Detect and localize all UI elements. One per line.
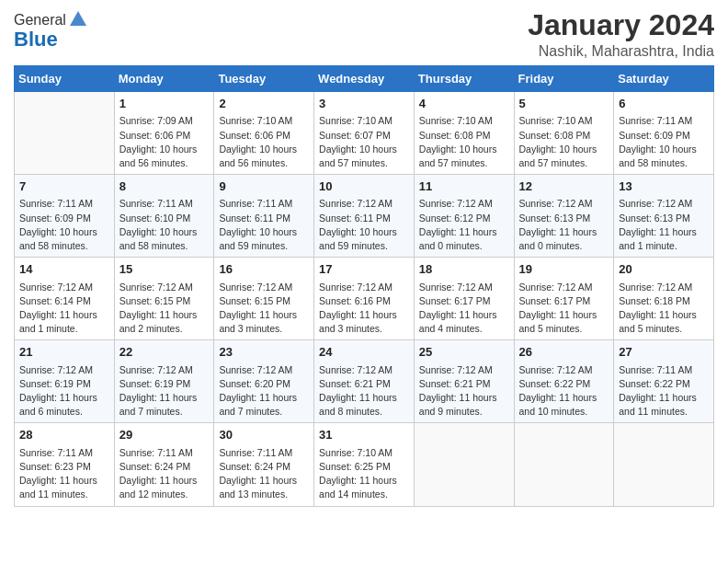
calendar-cell: 25Sunrise: 7:12 AM Sunset: 6:21 PM Dayli… (414, 340, 514, 423)
calendar-cell: 21Sunrise: 7:12 AM Sunset: 6:19 PM Dayli… (15, 340, 115, 423)
calendar-cell: 29Sunrise: 7:11 AM Sunset: 6:24 PM Dayli… (114, 423, 214, 506)
day-info: Sunrise: 7:12 AM Sunset: 6:15 PM Dayligh… (219, 281, 309, 337)
logo-general: General (14, 12, 66, 29)
day-info: Sunrise: 7:10 AM Sunset: 6:08 PM Dayligh… (519, 114, 609, 170)
dow-header: Saturday (614, 66, 714, 92)
day-info: Sunrise: 7:12 AM Sunset: 6:19 PM Dayligh… (19, 363, 109, 419)
day-info: Sunrise: 7:10 AM Sunset: 6:06 PM Dayligh… (219, 114, 309, 170)
calendar-cell (15, 92, 115, 175)
day-info: Sunrise: 7:10 AM Sunset: 6:08 PM Dayligh… (419, 114, 509, 170)
title-block: January 2024 Nashik, Maharashtra, India (528, 9, 714, 60)
day-info: Sunrise: 7:12 AM Sunset: 6:13 PM Dayligh… (619, 197, 709, 253)
calendar-cell: 22Sunrise: 7:12 AM Sunset: 6:19 PM Dayli… (114, 340, 214, 423)
day-info: Sunrise: 7:11 AM Sunset: 6:22 PM Dayligh… (619, 363, 709, 419)
day-number: 28 (19, 427, 109, 443)
calendar-cell: 9Sunrise: 7:11 AM Sunset: 6:11 PM Daylig… (214, 175, 314, 258)
day-number: 1 (119, 96, 210, 112)
day-info: Sunrise: 7:12 AM Sunset: 6:13 PM Dayligh… (519, 197, 609, 253)
day-info: Sunrise: 7:12 AM Sunset: 6:16 PM Dayligh… (319, 281, 409, 337)
day-number: 27 (619, 344, 709, 361)
day-number: 14 (19, 261, 109, 278)
day-number: 25 (419, 344, 509, 361)
calendar-cell: 17Sunrise: 7:12 AM Sunset: 6:16 PM Dayli… (314, 258, 415, 340)
calendar-cell: 16Sunrise: 7:12 AM Sunset: 6:15 PM Dayli… (214, 258, 314, 340)
day-number: 9 (219, 178, 309, 195)
day-info: Sunrise: 7:11 AM Sunset: 6:24 PM Dayligh… (219, 446, 309, 502)
calendar-cell: 1Sunrise: 7:09 AM Sunset: 6:06 PM Daylig… (114, 92, 214, 175)
logo-icon (68, 9, 88, 29)
day-number: 7 (19, 178, 109, 195)
day-info: Sunrise: 7:12 AM Sunset: 6:15 PM Dayligh… (119, 281, 210, 337)
calendar-cell: 15Sunrise: 7:12 AM Sunset: 6:15 PM Dayli… (114, 258, 214, 340)
page: General Blue January 2024 Nashik, Mahara… (0, 0, 728, 563)
calendar-cell: 6Sunrise: 7:11 AM Sunset: 6:09 PM Daylig… (614, 92, 714, 175)
day-info: Sunrise: 7:11 AM Sunset: 6:24 PM Dayligh… (119, 446, 210, 502)
calendar-cell: 4Sunrise: 7:10 AM Sunset: 6:08 PM Daylig… (414, 92, 514, 175)
day-number: 23 (219, 344, 309, 361)
day-number: 17 (319, 261, 409, 278)
logo: General Blue (14, 9, 88, 52)
calendar-cell (414, 423, 514, 506)
calendar-cell: 13Sunrise: 7:12 AM Sunset: 6:13 PM Dayli… (614, 175, 714, 258)
day-number: 30 (219, 427, 309, 443)
day-number: 18 (419, 261, 509, 278)
day-number: 22 (119, 344, 210, 361)
day-number: 6 (619, 96, 709, 112)
calendar-cell: 2Sunrise: 7:10 AM Sunset: 6:06 PM Daylig… (214, 92, 314, 175)
calendar-cell: 11Sunrise: 7:12 AM Sunset: 6:12 PM Dayli… (414, 175, 514, 258)
day-number: 24 (319, 344, 409, 361)
calendar-cell: 30Sunrise: 7:11 AM Sunset: 6:24 PM Dayli… (214, 423, 314, 506)
day-info: Sunrise: 7:12 AM Sunset: 6:18 PM Dayligh… (619, 281, 709, 337)
day-info: Sunrise: 7:12 AM Sunset: 6:21 PM Dayligh… (319, 363, 409, 419)
calendar-cell: 12Sunrise: 7:12 AM Sunset: 6:13 PM Dayli… (514, 175, 614, 258)
day-number: 3 (319, 96, 409, 112)
day-info: Sunrise: 7:12 AM Sunset: 6:17 PM Dayligh… (419, 281, 509, 337)
day-number: 2 (219, 96, 309, 112)
dow-header: Tuesday (214, 66, 314, 92)
calendar-cell (614, 423, 714, 506)
dow-header: Wednesday (314, 66, 415, 92)
day-info: Sunrise: 7:11 AM Sunset: 6:09 PM Dayligh… (19, 197, 109, 253)
calendar-cell: 5Sunrise: 7:10 AM Sunset: 6:08 PM Daylig… (514, 92, 614, 175)
calendar-cell: 27Sunrise: 7:11 AM Sunset: 6:22 PM Dayli… (614, 340, 714, 423)
day-number: 13 (619, 178, 709, 195)
day-number: 20 (619, 261, 709, 278)
day-number: 8 (119, 178, 210, 195)
svg-marker-0 (70, 11, 86, 26)
day-info: Sunrise: 7:09 AM Sunset: 6:06 PM Dayligh… (119, 114, 210, 170)
day-info: Sunrise: 7:11 AM Sunset: 6:23 PM Dayligh… (19, 446, 109, 502)
day-number: 11 (419, 178, 509, 195)
dow-header: Sunday (15, 66, 115, 92)
day-info: Sunrise: 7:12 AM Sunset: 6:12 PM Dayligh… (419, 197, 509, 253)
calendar-cell: 31Sunrise: 7:10 AM Sunset: 6:25 PM Dayli… (314, 423, 415, 506)
day-number: 21 (19, 344, 109, 361)
calendar-title: January 2024 (528, 9, 714, 41)
calendar-cell: 10Sunrise: 7:12 AM Sunset: 6:11 PM Dayli… (314, 175, 415, 258)
calendar-cell: 3Sunrise: 7:10 AM Sunset: 6:07 PM Daylig… (314, 92, 415, 175)
calendar-week-row: 1Sunrise: 7:09 AM Sunset: 6:06 PM Daylig… (15, 92, 714, 175)
calendar-week-row: 14Sunrise: 7:12 AM Sunset: 6:14 PM Dayli… (15, 258, 714, 340)
day-number: 19 (519, 261, 609, 278)
day-number: 16 (219, 261, 309, 278)
calendar-cell: 26Sunrise: 7:12 AM Sunset: 6:22 PM Dayli… (514, 340, 614, 423)
calendar-cell: 14Sunrise: 7:12 AM Sunset: 6:14 PM Dayli… (15, 258, 115, 340)
day-info: Sunrise: 7:11 AM Sunset: 6:11 PM Dayligh… (219, 197, 309, 253)
day-info: Sunrise: 7:12 AM Sunset: 6:21 PM Dayligh… (419, 363, 509, 419)
calendar-table: SundayMondayTuesdayWednesdayThursdayFrid… (14, 65, 714, 506)
day-info: Sunrise: 7:10 AM Sunset: 6:07 PM Dayligh… (319, 114, 409, 170)
logo-blue: Blue (14, 28, 58, 52)
days-of-week-row: SundayMondayTuesdayWednesdayThursdayFrid… (15, 66, 714, 92)
dow-header: Monday (114, 66, 214, 92)
calendar-cell: 23Sunrise: 7:12 AM Sunset: 6:20 PM Dayli… (214, 340, 314, 423)
calendar-cell: 24Sunrise: 7:12 AM Sunset: 6:21 PM Dayli… (314, 340, 415, 423)
day-info: Sunrise: 7:12 AM Sunset: 6:19 PM Dayligh… (119, 363, 210, 419)
calendar-week-row: 28Sunrise: 7:11 AM Sunset: 6:23 PM Dayli… (15, 423, 714, 506)
calendar-week-row: 7Sunrise: 7:11 AM Sunset: 6:09 PM Daylig… (15, 175, 714, 258)
calendar-cell (514, 423, 614, 506)
day-number: 29 (119, 427, 210, 443)
day-number: 15 (119, 261, 210, 278)
day-info: Sunrise: 7:11 AM Sunset: 6:10 PM Dayligh… (119, 197, 210, 253)
calendar-cell: 18Sunrise: 7:12 AM Sunset: 6:17 PM Dayli… (414, 258, 514, 340)
day-number: 4 (419, 96, 509, 112)
calendar-subtitle: Nashik, Maharashtra, India (528, 43, 714, 60)
